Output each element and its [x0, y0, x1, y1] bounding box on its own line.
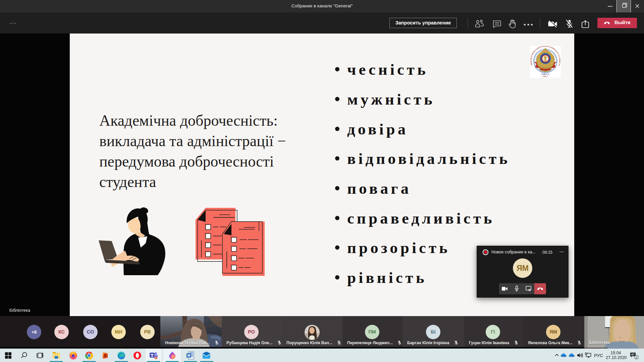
- svg-text:ОДЕСА: ОДЕСА: [541, 73, 549, 75]
- svg-text:1817: 1817: [543, 75, 548, 77]
- svg-text:1: 1: [636, 355, 637, 359]
